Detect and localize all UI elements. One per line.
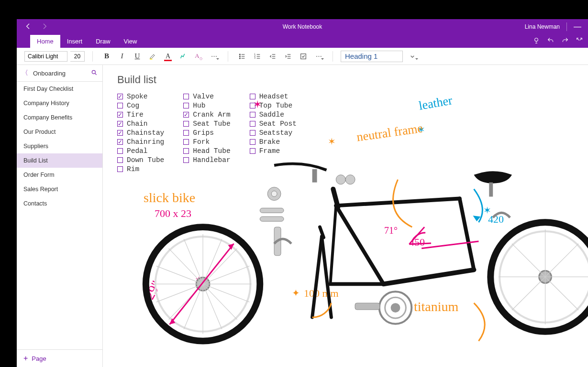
svg-line-65	[409, 243, 431, 244]
user-name[interactable]: Lina Newman	[525, 23, 560, 30]
checkbox-icon[interactable]	[117, 166, 123, 172]
checkbox-icon[interactable]	[117, 139, 123, 145]
checkbox-icon[interactable]	[117, 148, 123, 154]
checkbox-icon[interactable]	[250, 139, 255, 145]
checklist-item[interactable]: Chain	[117, 120, 164, 128]
svg-line-49	[545, 244, 579, 277]
indent-button[interactable]	[282, 50, 294, 63]
checklist-item[interactable]: Spoke	[117, 93, 164, 100]
page-item[interactable]: Build List	[17, 153, 102, 168]
checkbox-icon[interactable]	[117, 112, 123, 118]
page-item[interactable]: Order Form	[17, 168, 102, 182]
highlight-button[interactable]	[146, 50, 159, 63]
checklist-item[interactable]: Brake	[250, 138, 297, 146]
font-name-input[interactable]	[24, 51, 67, 62]
ink-color-button[interactable]	[177, 50, 189, 63]
page-item[interactable]: Suppliers	[17, 139, 102, 153]
checkbox-icon[interactable]	[250, 94, 255, 99]
checklist-item[interactable]: Top Tube	[250, 102, 297, 109]
checklist-item[interactable]: Seat Tube	[183, 120, 230, 128]
svg-line-57	[336, 205, 383, 284]
fullscreen-button[interactable]	[576, 37, 583, 46]
svg-line-56	[336, 199, 459, 206]
style-dropdown-button[interactable]	[406, 50, 419, 63]
checkbox-icon[interactable]	[250, 121, 255, 127]
tell-me-icon[interactable]	[533, 37, 540, 46]
checklist-item[interactable]: Headset	[250, 93, 297, 100]
checklist-item[interactable]: Fork	[183, 138, 230, 146]
checkbox-icon[interactable]	[250, 112, 255, 118]
tab-home[interactable]: Home	[30, 35, 60, 48]
checklist-label: Spoke	[127, 93, 148, 100]
add-page-button[interactable]: + Page	[17, 349, 102, 367]
font-color-button[interactable]: A	[162, 50, 174, 63]
more-paragraph-button[interactable]: ⋯	[312, 50, 325, 63]
svg-point-6	[239, 58, 240, 59]
checkbox-icon[interactable]	[117, 157, 123, 163]
checkbox-icon[interactable]	[117, 121, 123, 127]
more-formatting-button[interactable]: ⋯	[208, 50, 220, 63]
page-item[interactable]: Sales Report	[17, 182, 102, 196]
checklist-item[interactable]: Seat Post	[250, 120, 297, 128]
checkbox-icon[interactable]	[250, 130, 255, 136]
bulleted-list-button[interactable]	[236, 50, 248, 63]
numbered-list-button[interactable]: 123	[251, 50, 264, 63]
redo-button[interactable]	[561, 37, 569, 46]
forward-button[interactable]	[41, 22, 48, 32]
checklist-item[interactable]: Seatstay	[250, 129, 297, 137]
checklist-item[interactable]: Hub	[183, 102, 230, 109]
note-canvas[interactable]: Build list SpokeCogTireChainChainstayCha…	[103, 65, 588, 367]
page-list: First Day ChecklistCompany HistoryCompan…	[17, 82, 102, 349]
checkbox-icon[interactable]	[250, 103, 255, 108]
tab-view[interactable]: View	[117, 35, 144, 48]
page-item[interactable]: Company History	[17, 96, 102, 110]
back-button[interactable]	[24, 22, 32, 32]
outdent-button[interactable]	[266, 50, 279, 63]
page-item[interactable]: Contacts	[17, 196, 102, 211]
checklist-item[interactable]: Saddle	[250, 111, 297, 119]
checkbox-icon[interactable]	[183, 94, 189, 99]
checkbox-icon[interactable]	[117, 130, 123, 136]
checklist-item[interactable]: Frame	[250, 147, 297, 155]
checklist-label: Crank Arm	[193, 111, 230, 119]
italic-button[interactable]: I	[116, 50, 128, 63]
checkbox-icon[interactable]	[117, 103, 123, 108]
checkbox-icon[interactable]	[250, 148, 255, 154]
checklist-item[interactable]: Valve	[183, 93, 230, 100]
svg-line-62	[333, 189, 338, 207]
page-item[interactable]: First Day Checklist	[17, 82, 102, 96]
checklist-item[interactable]: Tire	[117, 111, 164, 119]
checkbox-icon[interactable]	[183, 148, 189, 154]
checklist-item[interactable]: Grips	[183, 129, 230, 137]
checklist-item[interactable]: Chainstay	[117, 129, 164, 137]
font-size-input[interactable]	[70, 51, 85, 62]
checkbox-icon[interactable]	[183, 139, 189, 145]
tab-draw[interactable]: Draw	[89, 35, 117, 48]
underline-button[interactable]: U	[131, 50, 144, 63]
todo-tag-button[interactable]	[297, 50, 310, 63]
note-title[interactable]: Build list	[117, 74, 156, 86]
checkbox-icon[interactable]	[183, 130, 189, 136]
checklist-item[interactable]: Crank Arm	[183, 111, 230, 119]
checklist-item[interactable]: Chainring	[117, 138, 164, 146]
page-item[interactable]: Company Benefits	[17, 110, 102, 125]
bold-button[interactable]: B	[100, 50, 113, 63]
undo-button[interactable]	[547, 37, 555, 46]
minimize-button[interactable]: —	[574, 22, 581, 31]
clear-formatting-button[interactable]: A◇	[192, 50, 205, 63]
checkbox-icon[interactable]	[183, 103, 189, 108]
style-selector[interactable]: Heading 1	[341, 51, 403, 62]
page-item[interactable]: Our Product	[17, 125, 102, 139]
checklist-item[interactable]: Head Tube	[183, 147, 230, 155]
section-back-icon[interactable]: 〈	[22, 69, 28, 77]
svg-rect-81	[355, 303, 380, 310]
section-header[interactable]: 〈 Onboarding	[17, 65, 102, 82]
search-icon[interactable]	[91, 69, 98, 77]
svg-line-38	[184, 284, 203, 329]
checkbox-icon[interactable]	[183, 121, 189, 127]
checkbox-icon[interactable]	[183, 112, 189, 118]
checklist-item[interactable]: Pedal	[117, 147, 164, 155]
checkbox-icon[interactable]	[117, 94, 123, 99]
checklist-item[interactable]: Cog	[117, 102, 164, 109]
tab-insert[interactable]: Insert	[60, 35, 89, 48]
